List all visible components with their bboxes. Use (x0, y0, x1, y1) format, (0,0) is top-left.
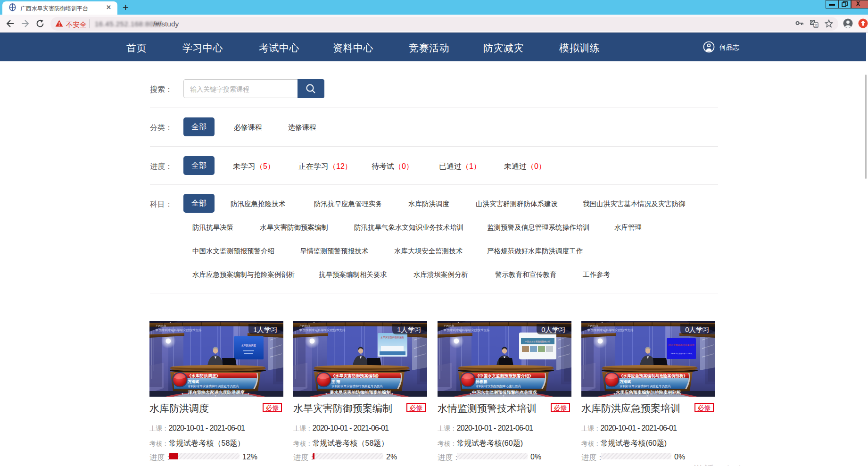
svg-text:水利部水旱灾害防御司调度处专员教高: 水利部水旱灾害防御司调度处专员教高 (620, 384, 671, 388)
svg-text:广西水利: 广西水利 (444, 325, 455, 328)
svg-text:《水旱灾害防御预案编制》: 《水旱灾害防御预案编制》 (331, 374, 381, 378)
svg-text:万海斌: 万海斌 (187, 380, 199, 384)
svg-text:广西水利: 广西水利 (587, 325, 598, 328)
svg-text:水利部水文情报预报中心主任教高: 水利部水文情报预报中心主任教高 (476, 384, 521, 388)
svg-text:万海斌: 万海斌 (619, 380, 631, 384)
svg-text:中国水利水电科学研究院技术支持: 中国水利水电科学研究院技术支持 (299, 328, 346, 332)
svg-text:《水库防洪调度》: 《水库防洪调度》 (187, 374, 220, 378)
svg-text:《中国水文监测预报预警介绍》: 《中国水文监测预报预警介绍》 (475, 374, 533, 378)
svg-text:0人学习: 0人学习 (685, 326, 710, 333)
svg-text:中国水利水电科学研究院技术支持: 中国水利水电科学研究院技术支持 (444, 328, 490, 332)
svg-text:最水旱灾害的防御的预案的编制: 最水旱灾害的防御的预案的编制 (330, 390, 391, 395)
svg-text:孙春鹏: 孙春鹏 (475, 380, 488, 384)
svg-text:文: 文 (814, 23, 818, 27)
svg-text:《水库应急预案编制与抢险案例剖析》: 《水库应急预案编制与抢险案例剖析》 (619, 374, 687, 378)
svg-text:1人学习: 1人学习 (253, 326, 278, 333)
svg-text:水旱灾害防御预案编制: 水旱灾害防御预案编制 (380, 336, 404, 339)
svg-text:水利部水旱灾害防御司 万海斌: 水利部水旱灾害防御司 万海斌 (670, 352, 692, 355)
svg-text:广西水利: 广西水利 (299, 325, 310, 328)
svg-text:水利部水旱灾害防御司预案处专员教高: 水利部水旱灾害防御司预案处专员教高 (331, 384, 383, 388)
svg-text:1人学习: 1人学习 (397, 326, 422, 333)
svg-text:广西水利: 广西水利 (156, 325, 166, 328)
svg-text:现在我给大家讲水库防洪调度: 现在我给大家讲水库防洪调度 (188, 390, 244, 395)
svg-text:中国水文监测预报预警的有关情况: 中国水文监测预报预警的有关情况 (472, 390, 537, 395)
svg-text:水库应急预案编制与抢险案例剖析: 水库应急预案编制与抢险案例剖析 (668, 343, 694, 347)
svg-text:水库防洪调度: 水库防洪调度 (240, 344, 256, 347)
svg-text:中国水利水电科学研究院技术支持: 中国水利水电科学研究院技术支持 (156, 328, 202, 332)
svg-text:水库应急预案编制与抢险案例剖析: 水库应急预案编制与抢险案例剖析 (615, 390, 681, 395)
svg-text:水利部水旱灾害防御司调度处专员教高: 水利部水旱灾害防御司调度处专员教高 (188, 384, 239, 388)
svg-text:中国水利水电科学研究院技术支持: 中国水利水电科学研究院技术支持 (587, 328, 634, 332)
svg-text:王 翔: 王 翔 (331, 380, 340, 384)
svg-text:0人学习: 0人学习 (541, 326, 566, 333)
svg-text:中国水文监测预报预警介绍: 中国水文监测预报预警介绍 (525, 340, 551, 343)
